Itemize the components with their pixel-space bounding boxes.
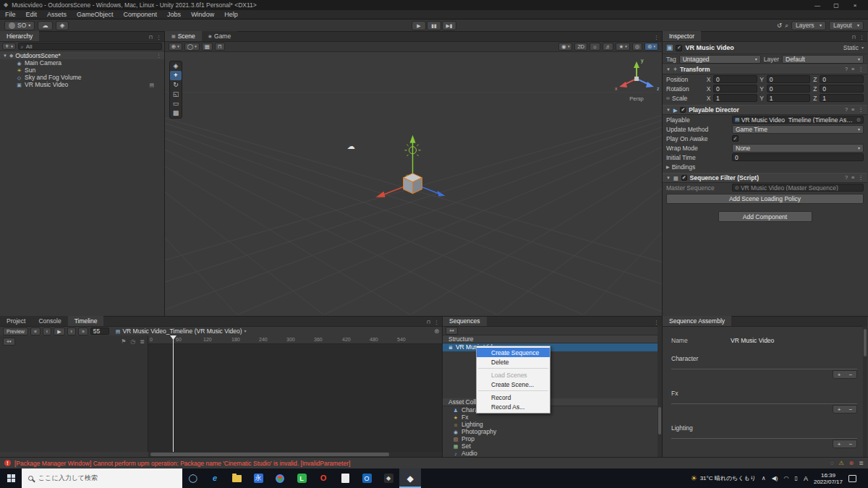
scene-viewport[interactable]: ☁ [165, 52, 662, 316]
2d-toggle-button[interactable]: 2D [574, 43, 587, 51]
taskbar-app-line[interactable]: L [291, 468, 312, 488]
taskbar-app-mail[interactable]: 永 [247, 468, 269, 488]
pause-button[interactable]: ▮▮ [427, 21, 441, 30]
scale-tool-button[interactable]: ◱ [170, 90, 182, 99]
position-x-field[interactable]: 0 [713, 75, 757, 83]
play-button[interactable]: ▶ [412, 21, 426, 30]
scene-header-outdoorsscene[interactable]: ▼ ◆ OutdoorsScene* ⋮ [0, 51, 164, 59]
tab-hierarchy[interactable]: Hierarchy [0, 31, 39, 41]
transform-component-header[interactable]: ▼ + Transform ? ≡ ⋮ [663, 64, 867, 74]
create-dropdown[interactable]: + ▾ [2, 43, 16, 50]
timeline-clip-area[interactable]: 0 60 120 180 240 300 360 420 480 540 [148, 335, 442, 452]
minimize-button[interactable]: — [808, 2, 827, 9]
taskbar-app-unity-hub[interactable]: ◆ [378, 468, 399, 488]
component-menu-icon[interactable]: ⋮ [859, 107, 864, 113]
tab-timeline[interactable]: Timeline [68, 316, 104, 326]
volume-icon[interactable]: ◀) [772, 476, 778, 481]
sequence-filter-header[interactable]: ▼ ▤ ✓ Sequence Filter (Script) ? ≡ ⋮ [663, 173, 867, 183]
add-scene-loading-policy-button[interactable]: Add Scene Loading Policy [666, 194, 864, 204]
foldout-closed-icon[interactable]: ▶ [666, 165, 670, 169]
network-icon[interactable]: ◠ [784, 476, 789, 481]
panel-menu-icon[interactable]: ⋮ [859, 35, 864, 40]
tab-inspector[interactable]: Inspector [663, 31, 701, 41]
time-format-icon[interactable]: ◷ [130, 339, 135, 345]
scale-y-field[interactable]: 1 [767, 94, 811, 102]
current-frame-field[interactable]: 55 [90, 328, 109, 335]
move-tool-button[interactable]: + [170, 71, 182, 80]
collection-item-fx[interactable]: ★Fx [443, 414, 662, 421]
play-on-awake-checkbox[interactable]: ✓ [732, 135, 739, 142]
close-button[interactable]: × [846, 2, 864, 9]
taskbar-app-cortana[interactable]: ◯ [182, 468, 204, 488]
collection-item-lighting[interactable]: ☼Lighting [443, 421, 662, 428]
layer-dropdown[interactable]: Default▾ [782, 55, 864, 64]
remove-item-button[interactable]: − [845, 406, 856, 413]
tab-console[interactable]: Console [32, 316, 67, 326]
component-enabled-checkbox[interactable]: ✓ [681, 175, 687, 181]
hierarchy-search-input[interactable]: ⌕ All [18, 43, 162, 50]
lock-icon[interactable]: ⊓ [149, 35, 153, 40]
menu-item-create-sequence[interactable]: Create Sequence [477, 348, 550, 357]
menu-item-create-scene[interactable]: Create Scene... [477, 380, 550, 389]
panel-menu-icon[interactable]: ⋮ [654, 320, 659, 325]
hierarchy-item-sky-fog-volume[interactable]: ◇ Sky and Fog Volume [0, 74, 164, 81]
taskbar-app-chrome[interactable] [269, 468, 291, 488]
scrollbar-thumb[interactable] [658, 407, 661, 435]
foldout-open-icon[interactable]: ▼ [666, 108, 671, 112]
action-center-icon[interactable] [848, 475, 856, 482]
tab-game[interactable]: ◉ Game [202, 31, 237, 41]
add-item-button[interactable]: + [833, 440, 845, 448]
foldout-open-icon[interactable]: ▼ [3, 53, 7, 58]
selected-cube-object[interactable] [404, 174, 422, 194]
battery-icon[interactable]: ▯ [795, 476, 798, 481]
warning-icon[interactable]: ⚠ [838, 461, 843, 466]
timeline-name[interactable]: VR Music Video_Timeline (VR Music Video) [122, 328, 242, 335]
previous-frame-button[interactable]: ‹ [43, 328, 51, 335]
update-method-dropdown[interactable]: Game Time▾ [732, 125, 864, 134]
add-item-button[interactable]: + [833, 406, 845, 413]
start-button[interactable] [0, 468, 22, 488]
timeline-ruler[interactable]: 0 60 120 180 240 300 360 420 480 540 [148, 335, 442, 344]
layout-dropdown[interactable]: Layout ▾ [829, 21, 864, 30]
status-bar[interactable]: ! [Package Manager Window] Cannot perfor… [0, 457, 868, 468]
taskbar-app-unity-editor[interactable]: ◆ [399, 468, 421, 488]
menu-gameobject[interactable]: GameObject [72, 10, 119, 20]
remove-item-button[interactable]: − [845, 440, 856, 448]
audio-toggle-button[interactable]: ♬ [603, 43, 614, 51]
menu-item-record[interactable]: Record [477, 393, 550, 402]
panel-menu-icon[interactable]: ⋮ [156, 35, 161, 40]
cloud-button[interactable]: ☁ [38, 21, 53, 30]
taskbar-app-explorer[interactable] [226, 468, 247, 488]
search-icon[interactable]: ⌕ [785, 22, 788, 29]
position-y-field[interactable]: 0 [767, 75, 811, 83]
active-checkbox[interactable]: ✓ [676, 45, 682, 51]
tool-handle-pivot-dropdown[interactable]: ⊕▾ [169, 43, 182, 51]
help-icon[interactable]: ? [845, 107, 848, 113]
tab-sequence-assembly[interactable]: Sequence Assembly [663, 316, 731, 326]
component-menu-icon[interactable]: ⋮ [859, 175, 864, 181]
menu-help[interactable]: Help [219, 10, 243, 20]
panel-menu-icon[interactable]: ⋮ [434, 320, 439, 325]
rotate-tool-button[interactable]: ↻ [170, 80, 182, 90]
lock-icon[interactable]: ⊓ [852, 35, 856, 40]
lighting-toggle-button[interactable]: ☼ [590, 43, 600, 51]
layers-dropdown[interactable]: Layers ▾ [791, 21, 826, 30]
position-z-field[interactable]: 0 [820, 75, 864, 83]
taskbar-app-edge[interactable]: e [204, 468, 226, 488]
tab-scene[interactable]: ▦ Scene [165, 31, 202, 41]
object-picker-icon[interactable]: ⊙ [856, 117, 861, 122]
menu-component[interactable]: Component [119, 10, 163, 20]
plastic-scm-button[interactable]: ◈ [56, 21, 69, 30]
static-label[interactable]: Static [843, 44, 859, 51]
add-sequence-button[interactable]: + ▾ [446, 327, 458, 335]
component-enabled-checkbox[interactable]: ✓ [680, 107, 686, 113]
scene-visibility-button[interactable]: ◎ [632, 43, 643, 51]
menu-window[interactable]: Window [186, 10, 219, 20]
undo-history-icon[interactable]: ↺ [777, 22, 782, 29]
help-icon[interactable]: ? [845, 67, 848, 72]
timeline-play-button[interactable]: ▶ [54, 328, 64, 335]
add-track-button[interactable]: + ▾ [3, 338, 15, 346]
tool-handle-rotation-dropdown[interactable]: ◯▾ [184, 43, 200, 51]
foldout-open-icon[interactable]: ▼ [666, 176, 671, 180]
static-dropdown-icon[interactable]: ▾ [861, 46, 864, 50]
